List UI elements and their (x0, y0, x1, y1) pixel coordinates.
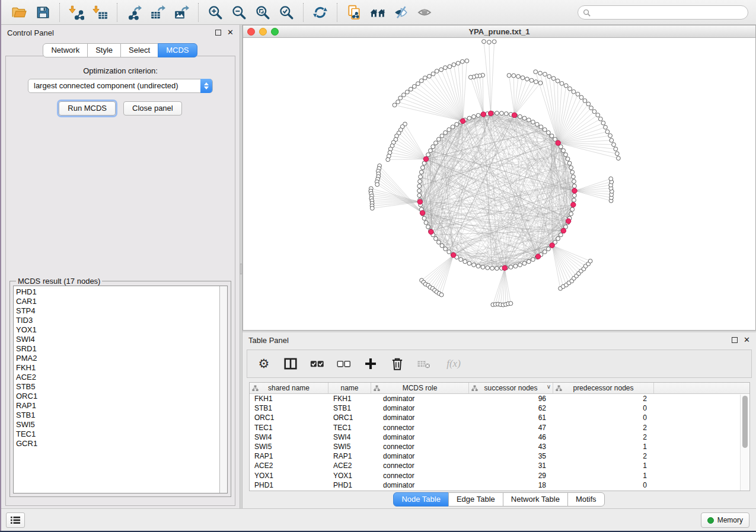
tab-motifs[interactable]: Motifs (567, 492, 605, 507)
satellite-node[interactable] (512, 73, 516, 78)
network-node[interactable] (547, 131, 551, 135)
cell-name[interactable]: ACE2 (328, 462, 371, 470)
mcds-result-item[interactable]: YOX1 (16, 325, 225, 335)
column-header-shared-name[interactable]: shared name (250, 383, 328, 393)
satellite-node[interactable] (596, 113, 600, 117)
apply-layout-icon[interactable] (312, 4, 328, 21)
mcds-list-scrollbar[interactable] (219, 286, 227, 493)
satellite-node[interactable] (583, 99, 587, 103)
column-header-successor-nodes[interactable]: successor nodes∨ (469, 383, 553, 393)
cell-name[interactable]: SWI4 (328, 433, 371, 441)
mcds-hub-node[interactable] (417, 200, 422, 204)
mcds-result-list[interactable]: PHD1CAR1STP4TID3YOX1SWI4SRD1PMA2FKH1ACE2… (13, 286, 228, 493)
cell-mcds-role[interactable]: dominator (371, 404, 469, 412)
cell-successor-nodes[interactable]: 35 (469, 452, 553, 460)
table-row[interactable]: YOX1YOX1connector291 (250, 471, 749, 480)
mcds-hub-node[interactable] (566, 219, 570, 223)
network-node[interactable] (572, 198, 576, 202)
cell-mcds-role[interactable]: dominator (371, 433, 469, 441)
scrollbar-thumb[interactable] (742, 396, 748, 448)
network-node[interactable] (490, 266, 495, 270)
cell-predecessor-nodes[interactable]: 2 (553, 433, 654, 441)
satellite-node[interactable] (610, 139, 614, 143)
satellite-node[interactable] (589, 106, 594, 110)
satellite-node[interactable] (615, 152, 619, 156)
satellite-node[interactable] (405, 90, 409, 94)
hide-selected-eye-icon[interactable] (393, 4, 410, 21)
network-node[interactable] (467, 261, 471, 265)
satellite-node[interactable] (423, 76, 427, 80)
satellite-node[interactable] (444, 66, 448, 70)
network-node[interactable] (522, 116, 527, 120)
cell-mcds-role[interactable]: dominator (371, 414, 469, 422)
satellite-node[interactable] (568, 86, 572, 91)
table-settings-icon[interactable]: ⚙ (257, 357, 271, 371)
satellite-node[interactable] (419, 79, 423, 83)
satellite-node[interactable] (482, 40, 486, 44)
cell-shared-name[interactable]: ACE2 (250, 462, 328, 470)
cell-shared-name[interactable]: STB1 (250, 404, 328, 412)
cell-predecessor-nodes[interactable]: 2 (553, 424, 654, 432)
network-node[interactable] (476, 113, 480, 117)
satellite-node[interactable] (452, 63, 456, 67)
mcds-hub-node[interactable] (556, 140, 560, 145)
network-node[interactable] (531, 258, 535, 262)
satellite-node[interactable] (409, 87, 413, 91)
network-node[interactable] (518, 263, 522, 267)
cell-predecessor-nodes[interactable]: 2 (553, 452, 654, 460)
column-header-name[interactable]: name (328, 383, 371, 393)
satellite-node[interactable] (388, 147, 393, 151)
mcds-result-item[interactable]: PHD1 (16, 287, 225, 297)
show-all-eye-icon[interactable] (417, 4, 433, 21)
satellite-node[interactable] (560, 82, 564, 86)
network-node[interactable] (522, 261, 527, 265)
network-node[interactable] (539, 125, 543, 129)
cell-name[interactable]: PHD1 (328, 481, 371, 489)
cell-successor-nodes[interactable]: 31 (469, 462, 553, 470)
satellite-node[interactable] (516, 75, 521, 79)
network-node[interactable] (556, 236, 560, 241)
network-node[interactable] (569, 212, 573, 216)
zoom-out-icon[interactable] (231, 4, 247, 21)
column-header-predecessor-nodes[interactable]: predecessor nodes (553, 383, 654, 393)
network-node[interactable] (437, 137, 441, 142)
cell-successor-nodes[interactable]: 96 (469, 395, 553, 403)
mcds-result-item[interactable]: STB1 (16, 411, 225, 420)
satellite-node[interactable] (564, 84, 568, 88)
optimization-criterion-select[interactable]: largest connected component (undirected) (28, 79, 213, 93)
satellite-node[interactable] (398, 96, 403, 100)
select-all-rows-icon[interactable] (310, 357, 324, 371)
mcds-hub-node[interactable] (571, 202, 576, 207)
network-node[interactable] (543, 250, 547, 254)
cell-successor-nodes[interactable]: 47 (469, 424, 553, 432)
search-box[interactable] (578, 5, 748, 20)
satellite-node[interactable] (576, 92, 580, 97)
satellite-node[interactable] (614, 147, 618, 151)
network-node[interactable] (426, 225, 430, 229)
function-builder-icon[interactable]: f(x) (444, 357, 464, 371)
network-node[interactable] (527, 259, 531, 264)
network-node[interactable] (572, 175, 576, 179)
cell-successor-nodes[interactable]: 46 (469, 433, 553, 441)
mcds-hub-node[interactable] (502, 265, 507, 270)
table-row[interactable]: PHD1PHD1dominator180 (250, 480, 749, 490)
satellite-node[interactable] (416, 82, 420, 86)
table-row[interactable]: STB1STB1dominator620 (250, 403, 749, 413)
network-node[interactable] (543, 128, 547, 132)
mcds-result-item[interactable]: ACE2 (16, 373, 225, 382)
cell-name[interactable]: ORC1 (328, 414, 371, 422)
network-node[interactable] (504, 112, 508, 116)
satellite-node[interactable] (588, 259, 592, 263)
mcds-hub-node[interactable] (429, 229, 433, 234)
satellite-node[interactable] (460, 60, 464, 64)
network-node[interactable] (463, 259, 467, 264)
cell-mcds-role[interactable]: dominator (371, 481, 469, 489)
table-scrollbar[interactable] (740, 395, 749, 491)
tab-node-table[interactable]: Node Table (393, 492, 449, 507)
cell-mcds-role[interactable]: dominator (371, 395, 469, 403)
network-node[interactable] (421, 166, 425, 170)
zoom-in-icon[interactable] (207, 4, 224, 21)
table-row[interactable]: RAP1RAP1dominator352 (250, 451, 749, 461)
mcds-hub-node[interactable] (535, 254, 540, 259)
network-node[interactable] (419, 170, 423, 174)
